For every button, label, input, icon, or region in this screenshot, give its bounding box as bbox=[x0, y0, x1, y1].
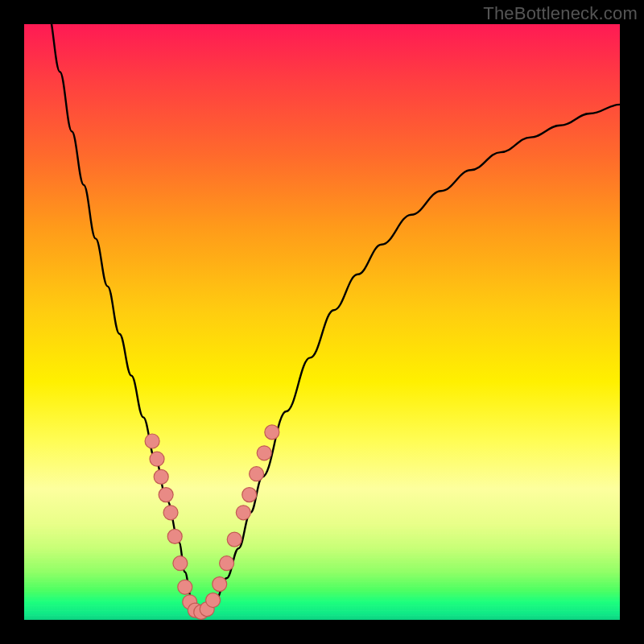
chart-frame: TheBottleneck.com bbox=[0, 0, 644, 644]
watermark-text: TheBottleneck.com bbox=[483, 3, 638, 24]
plot-area bbox=[24, 24, 620, 620]
background-gradient bbox=[24, 24, 620, 620]
